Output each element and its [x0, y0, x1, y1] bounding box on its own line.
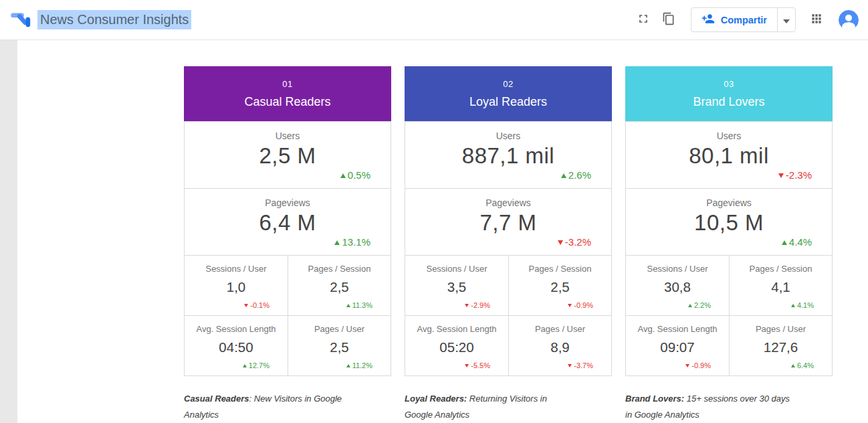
metric-pageviews: Pageviews 7,7 M -3.2% [405, 188, 611, 255]
metric-value: 04:50 [185, 339, 288, 355]
share-dropdown-button[interactable] [777, 8, 795, 31]
metric-value: 05:20 [405, 339, 508, 355]
metric-label: Pages / User [509, 316, 611, 334]
metric-label: Pageviews [185, 189, 391, 208]
metric-label: Avg. Session Length [405, 316, 508, 334]
card-box: 01 Casual Readers Users 2,5 M 0.5% Pagev… [184, 66, 391, 376]
metric-users: Users 2,5 M 0.5% [185, 121, 391, 188]
metric-avg-session-length: Avg. Session Length 05:20 -5.5% [405, 315, 508, 375]
metric-pages-per-user: Pages / User 8,9 -3.7% [508, 315, 611, 375]
metric-label: Pages / Session [509, 256, 611, 274]
metric-avg-session-length: Avg. Session Length 04:50 12.7% [185, 315, 288, 375]
metric-value: 7,7 M [405, 210, 611, 236]
fullscreen-button[interactable] [631, 7, 656, 33]
card-description: Loyal Readers: Returning Visitors in Goo… [405, 391, 576, 423]
metric-pageviews: Pageviews 10,5 M 4.4% [626, 188, 832, 255]
metric-change: 4.4% [782, 236, 812, 248]
card-title: Loyal Readers [405, 95, 612, 109]
header-actions: Compartir [631, 7, 859, 33]
metric-label: Users [185, 122, 391, 141]
chevron-down-icon [783, 14, 790, 26]
metric-sessions-per-user: Sessions / User 30,8 2.2% [626, 255, 729, 315]
segment-card-brand-lovers: 03 Brand Lovers Users 80,1 mil -2.3% Pag… [625, 66, 833, 423]
card-header: 01 Casual Readers [184, 66, 391, 121]
metric-pages-per-session: Pages / Session 4,1 4.1% [729, 255, 832, 315]
metric-change: -3.2% [558, 236, 591, 248]
metric-value: 2,5 [288, 279, 391, 295]
metric-change: 6.4% [791, 361, 814, 369]
metric-sessions-per-user: Sessions / User 3,5 -2.9% [405, 255, 508, 315]
metric-value: 09:07 [626, 339, 729, 355]
metric-label: Avg. Session Length [626, 316, 729, 334]
card-box: 03 Brand Lovers Users 80,1 mil -2.3% Pag… [625, 66, 833, 376]
metric-value: 3,5 [405, 279, 508, 295]
metric-change: 11.3% [346, 301, 372, 309]
card-header: 02 Loyal Readers [405, 66, 612, 121]
metric-users: Users 80,1 mil -2.3% [626, 121, 832, 188]
card-description: Brand Lovers: 15+ sessions over 30 days … [625, 391, 796, 423]
card-description: Casual Readers: New Visitors in Google A… [184, 391, 355, 423]
metric-label: Pages / User [288, 316, 391, 334]
apps-grid-icon [810, 12, 823, 27]
small-metric-grid: Sessions / User 1,0 -0.1% Pages / Sessio… [185, 255, 391, 375]
metric-label: Pages / User [730, 316, 832, 334]
share-split-button: Compartir [691, 7, 796, 32]
share-button[interactable]: Compartir [691, 8, 777, 31]
metric-value: 80,1 mil [626, 143, 832, 169]
data-studio-logo-icon[interactable] [9, 9, 32, 31]
share-button-label: Compartir [721, 15, 767, 25]
metric-pages-per-session: Pages / Session 2,5 11.3% [288, 255, 391, 315]
card-description-term: Loyal Readers: [405, 394, 467, 404]
metric-value: 10,5 M [626, 210, 832, 236]
card-description-term: Casual Readers [184, 394, 249, 404]
metric-change: -0.9% [685, 361, 711, 369]
person-add-icon [701, 12, 715, 28]
small-metric-grid: Sessions / User 30,8 2.2% Pages / Sessio… [626, 255, 832, 375]
metric-change: 2.2% [688, 301, 711, 309]
metric-avg-session-length: Avg. Session Length 09:07 -0.9% [626, 315, 729, 375]
metric-pages-per-user: Pages / User 2,5 11.2% [288, 315, 391, 375]
app-header: News Consumer Insights Compartir [0, 0, 868, 40]
metric-value: 4,1 [730, 279, 832, 295]
metric-change: 0.5% [340, 169, 370, 181]
copy-report-button[interactable] [656, 7, 681, 33]
card-number: 01 [184, 79, 391, 89]
report-title-wrap: News Consumer Insights [37, 12, 191, 27]
metric-value: 127,6 [730, 339, 832, 355]
metric-pages-per-session: Pages / Session 2,5 -0.9% [508, 255, 611, 315]
fullscreen-icon [637, 12, 650, 27]
small-metric-grid: Sessions / User 3,5 -2.9% Pages / Sessio… [405, 255, 611, 375]
metric-value: 8,9 [509, 339, 611, 355]
metric-pages-per-user: Pages / User 127,6 6.4% [729, 315, 832, 375]
report-canvas: 01 Casual Readers Users 2,5 M 0.5% Pagev… [17, 40, 868, 423]
metric-value: 2,5 M [185, 143, 391, 169]
avatar[interactable] [839, 10, 859, 30]
metric-users: Users 887,1 mil 2.6% [405, 121, 611, 188]
metric-change: -5.5% [465, 361, 490, 369]
metric-pageviews: Pageviews 6,4 M 13.1% [185, 188, 391, 255]
segment-card-loyal-readers: 02 Loyal Readers Users 887,1 mil 2.6% Pa… [405, 66, 612, 423]
metric-change: 12.7% [243, 361, 269, 369]
metric-label: Avg. Session Length [185, 316, 288, 334]
metric-label: Pages / Session [288, 256, 391, 274]
apps-grid-button[interactable] [804, 7, 829, 33]
metric-sessions-per-user: Sessions / User 1,0 -0.1% [185, 255, 288, 315]
metric-value: 6,4 M [185, 210, 391, 236]
metric-label: Users [626, 122, 832, 141]
metric-label: Sessions / User [185, 256, 288, 274]
metric-change: -0.1% [244, 301, 269, 309]
copy-icon [662, 12, 675, 27]
metric-value: 887,1 mil [405, 143, 611, 169]
metric-value: 1,0 [185, 279, 288, 295]
metric-change: 4.1% [791, 301, 814, 309]
card-box: 02 Loyal Readers Users 887,1 mil 2.6% Pa… [405, 66, 612, 376]
metric-label: Pages / Session [730, 256, 832, 274]
metric-value: 30,8 [626, 279, 729, 295]
card-title: Casual Readers [184, 95, 391, 109]
metric-label: Users [405, 122, 611, 141]
left-gutter [0, 40, 17, 423]
card-header: 03 Brand Lovers [625, 66, 833, 121]
report-title[interactable]: News Consumer Insights [37, 10, 191, 29]
card-title: Brand Lovers [625, 95, 833, 109]
metric-label: Sessions / User [626, 256, 729, 274]
